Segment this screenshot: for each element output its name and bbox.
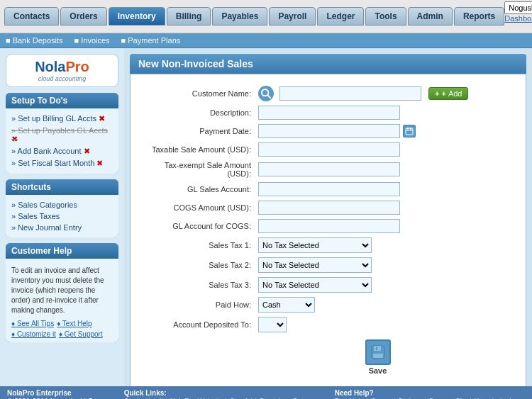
setup-item-2[interactable]: » Add Bank Account ✖ <box>11 145 113 157</box>
gl-cogs-label: GL Account for COGS: <box>145 222 258 230</box>
search-icon <box>260 88 272 99</box>
tax-exempt-input-wrap <box>258 162 511 176</box>
shortcuts-box: Shortcuts » Sales Categories » Sales Tax… <box>6 179 118 237</box>
description-row: Description: <box>145 106 511 120</box>
text-help-link[interactable]: ♦ Text Help <box>57 320 92 327</box>
shortcuts-title: Shortcuts <box>6 179 118 195</box>
svg-rect-8 <box>373 354 383 358</box>
dashboard-link[interactable]: Dashboard <box>504 14 532 31</box>
customize-link[interactable]: ♦ Customize it <box>11 330 56 338</box>
shortcut-new-journal[interactable]: » New Journal Entry <box>11 222 113 233</box>
taxable-sale-field[interactable] <box>258 142 400 157</box>
logo: NolaPro <box>11 59 113 75</box>
footer: NolaPro Enterprise © 2001-2011 Noguska L… <box>0 386 532 399</box>
top-bar: Contacts Orders Inventory Billing Payabl… <box>0 0 532 33</box>
bank-deposits-icon: ■ <box>6 36 11 45</box>
save-label: Save <box>369 366 387 375</box>
logo-pro: Pro <box>66 59 89 74</box>
payment-date-row: Payment Date: 2011-07-01 <box>145 124 511 138</box>
gl-sales-input-wrap <box>258 182 511 196</box>
customer-help-title: Customer Help <box>6 243 118 259</box>
sales-tax1-select[interactable]: No Tax Selected Tax Selected <box>258 237 372 253</box>
customer-name-field[interactable] <box>279 86 421 101</box>
setup-todos-title: Setup To Do's <box>6 93 118 108</box>
taxable-sale-label: Taxable Sale Amount (USD): <box>145 145 258 154</box>
setup-item-1[interactable]: » Set up Payables GL Accts ✖ <box>11 125 113 145</box>
invoices-icon: ■ <box>74 36 79 45</box>
main-nav: Contacts Orders Inventory Billing Payabl… <box>4 7 504 26</box>
gl-cogs-field[interactable] <box>258 219 400 233</box>
customer-name-row: Customer Name: + Add <box>145 86 511 101</box>
company-selector[interactable]: Noguska LLC <box>504 1 532 14</box>
tab-inventory[interactable]: Inventory <box>109 7 165 26</box>
paid-how-label: Paid How: <box>145 300 258 309</box>
footer-help-col: Need Help? Text Help Support Options Sup… <box>335 389 525 399</box>
subnav-bank-deposits[interactable]: ■ Bank Deposits <box>6 36 63 45</box>
gl-sales-field[interactable] <box>258 182 400 196</box>
taxable-sale-row: Taxable Sale Amount (USD): <box>145 142 511 157</box>
description-field[interactable] <box>258 106 400 120</box>
tab-payroll[interactable]: Payroll <box>269 7 316 26</box>
tab-admin[interactable]: Admin <box>408 7 453 26</box>
tab-billing[interactable]: Billing <box>167 7 211 26</box>
tab-payables[interactable]: Payables <box>212 7 267 26</box>
account-deposited-row: Account Deposited To: <box>145 317 511 332</box>
setup-todos-box: Setup To Do's » Set up Billing GL Accts … <box>6 93 118 174</box>
sales-tax3-label: Sales Tax 3: <box>145 281 258 289</box>
sales-tax2-select[interactable]: No Tax Selected Tax Selected <box>258 257 372 273</box>
company-select-dropdown[interactable]: Noguska LLC <box>504 1 532 14</box>
setup-item-3[interactable]: » Set Fiscal Start Month ✖ <box>11 157 113 169</box>
taxable-sale-input-wrap <box>258 142 511 157</box>
save-icon <box>365 339 391 365</box>
customer-name-label: Customer Name: <box>145 89 258 98</box>
sales-tax3-select[interactable]: No Tax Selected Tax Selected <box>258 277 372 293</box>
paid-how-select[interactable]: Cash <box>258 297 315 313</box>
subnav-invoices[interactable]: ■ Invoices <box>74 36 110 45</box>
search-icon-wrap <box>258 86 274 101</box>
sales-tax2-row: Sales Tax 2: No Tax Selected Tax Selecte… <box>145 257 511 273</box>
sales-tax1-label: Sales Tax 1: <box>145 241 258 249</box>
customer-help-box: Customer Help To edit an invoice and aff… <box>6 243 118 342</box>
payment-date-field[interactable]: 2011-07-01 <box>258 124 400 138</box>
footer-help-label: Need Help? <box>335 389 525 397</box>
footer-brand: NolaPro Enterprise <box>7 389 93 397</box>
cogs-amount-field[interactable] <box>258 201 400 215</box>
tax-exempt-row: Tax-exempt Sale Amount (USD): <box>145 161 511 178</box>
calendar-icon[interactable] <box>403 125 416 137</box>
tab-tools[interactable]: Tools <box>365 7 406 26</box>
shortcut-sales-taxes[interactable]: » Sales Taxes <box>11 210 113 222</box>
account-deposited-select[interactable] <box>258 317 287 332</box>
add-icon: + <box>441 89 445 98</box>
add-button[interactable]: + Add <box>428 87 468 100</box>
sub-nav: ■ Bank Deposits ■ Invoices ■ Payment Pla… <box>0 33 532 48</box>
cogs-amount-row: COGS Amount (USD): <box>145 201 511 215</box>
save-button-area[interactable]: Save <box>244 339 511 375</box>
sales-tax3-row: Sales Tax 3: No Tax Selected Tax Selecte… <box>145 277 511 293</box>
help-text: To edit an invoice and affect inventory … <box>11 263 113 318</box>
description-input-wrap <box>258 106 511 120</box>
footer-quicklinks-label: Quick Links: <box>124 389 304 397</box>
sidebar-bottom-links: ♦ See All Tips ♦ Text Help ♦ Customize i… <box>11 320 113 338</box>
tab-reports[interactable]: Reports <box>454 7 504 26</box>
paid-how-input-wrap: Cash <box>258 297 511 313</box>
logo-area: NolaPro cloud accounting <box>6 54 118 87</box>
tab-ledger[interactable]: Ledger <box>317 7 364 26</box>
tab-orders[interactable]: Orders <box>60 7 106 26</box>
sales-tax1-input-wrap: No Tax Selected Tax Selected <box>258 237 511 253</box>
get-support-link[interactable]: ♦ Get Support <box>59 330 103 338</box>
tax-exempt-field[interactable] <box>258 162 400 176</box>
tab-contacts[interactable]: Contacts <box>4 7 59 26</box>
svg-rect-9 <box>376 347 377 350</box>
top-right: Noguska LLC Dashboard Log Out <box>504 1 532 31</box>
form-area: Customer Name: + Add Description: <box>130 74 526 386</box>
setup-todos-content: » Set up Billing GL Accts ✖ » Set up Pay… <box>6 108 118 174</box>
sales-tax2-input-wrap: No Tax Selected Tax Selected <box>258 257 511 273</box>
main-layout: NolaPro cloud accounting Setup To Do's »… <box>0 48 532 386</box>
setup-item-0[interactable]: » Set up Billing GL Accts ✖ <box>11 113 113 125</box>
see-all-tips-link[interactable]: ♦ See All Tips <box>11 320 54 327</box>
gl-sales-label: GL Sales Account: <box>145 185 258 193</box>
subnav-payment-plans[interactable]: ■ Payment Plans <box>121 36 181 45</box>
payment-plans-icon: ■ <box>121 36 126 45</box>
description-label: Description: <box>145 108 258 117</box>
shortcut-sales-categories[interactable]: » Sales Categories <box>11 199 113 210</box>
